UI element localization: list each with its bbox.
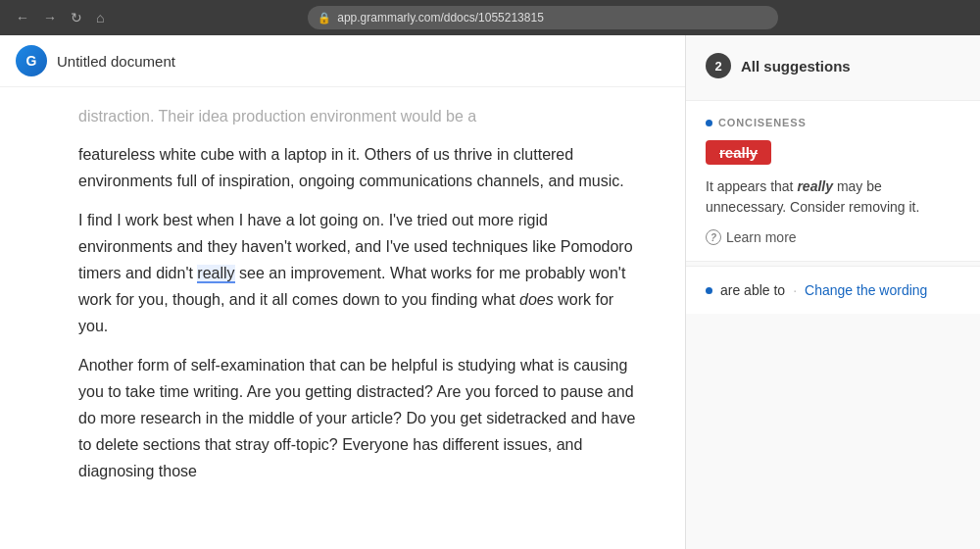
faded-paragraph: distraction. Their idea production envir… — [78, 103, 638, 129]
address-bar[interactable]: 🔒 app.grammarly.com/ddocs/1055213815 — [308, 6, 778, 29]
highlighted-word-really[interactable]: really — [197, 265, 234, 283]
suggestion-description: It appears that really may be unnecessar… — [706, 176, 960, 218]
url-text: app.grammarly.com/ddocs/1055213815 — [337, 11, 544, 25]
desc-pre: It appears that — [706, 178, 794, 194]
learn-more-link[interactable]: Learn more — [726, 229, 797, 245]
word-badge-really: really — [706, 140, 771, 165]
tag-label-conciseness: CONCISENESS — [718, 117, 807, 128]
paragraph-1: featureless white cube with a laptop in … — [78, 141, 638, 194]
suggestion-simple-content: are able to · Change the wording — [706, 282, 960, 298]
app-container: G Untitled document distraction. Their i… — [0, 35, 980, 549]
question-mark: ? — [710, 232, 716, 243]
nav-buttons: ← → ↻ ⌂ — [12, 8, 108, 27]
desc-word: really — [797, 178, 833, 194]
document-content: distraction. Their idea production envir… — [0, 87, 685, 549]
forward-button[interactable]: → — [39, 8, 61, 27]
suggestions-title: All suggestions — [741, 58, 851, 75]
grammarly-logo: G — [16, 45, 47, 76]
reload-button[interactable]: ↻ — [67, 8, 86, 27]
logo-initial: G — [26, 53, 37, 69]
document-header: G Untitled document — [0, 35, 685, 87]
suggestion-card-are-able-to[interactable]: are able to · Change the wording — [686, 266, 980, 314]
tag-dot-icon-2 — [706, 287, 712, 294]
suggestion-word-are-able-to: are able to — [720, 282, 785, 298]
paragraph-3: Another form of self-examination that ca… — [78, 352, 638, 485]
paragraph-2: I find I work best when I have a lot goi… — [78, 207, 638, 340]
suggestions-panel: 2 All suggestions CONCISENESS really It … — [686, 35, 980, 549]
suggestions-count-badge: 2 — [706, 53, 731, 78]
browser-chrome: ← → ↻ ⌂ 🔒 app.grammarly.com/ddocs/105521… — [0, 0, 980, 35]
home-button[interactable]: ⌂ — [92, 8, 108, 27]
paragraph-1-text: featureless white cube with a laptop in … — [78, 146, 624, 189]
learn-more-row: ? Learn more — [706, 229, 960, 245]
back-button[interactable]: ← — [12, 8, 33, 27]
document-title[interactable]: Untitled document — [57, 53, 175, 70]
suggestions-header: 2 All suggestions — [686, 35, 980, 96]
italic-word-does: does — [519, 291, 554, 308]
tag-dot-icon — [706, 120, 712, 126]
learn-more-icon: ? — [706, 229, 721, 245]
document-panel: G Untitled document distraction. Their i… — [0, 35, 686, 549]
faded-text: distraction. Their idea production envir… — [78, 108, 476, 125]
lock-icon: 🔒 — [318, 12, 331, 25]
suggestion-tag-row: CONCISENESS — [706, 117, 960, 128]
suggestion-card-conciseness[interactable]: CONCISENESS really It appears that reall… — [686, 100, 980, 262]
suggestion-action-change-wording[interactable]: Change the wording — [805, 282, 927, 298]
separator: · — [793, 282, 797, 298]
